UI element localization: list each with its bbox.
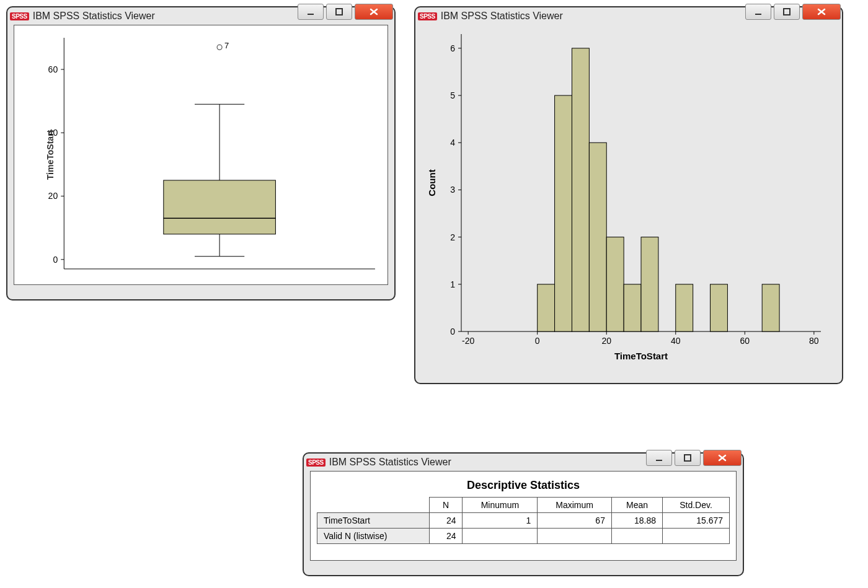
svg-text:7: 7 — [224, 41, 229, 50]
maximize-button[interactable] — [675, 450, 701, 466]
svg-text:4: 4 — [450, 138, 455, 147]
close-button[interactable] — [802, 4, 841, 20]
svg-text:1: 1 — [450, 279, 455, 289]
window-title: IBM SPSS Statistics Viewer — [441, 11, 563, 22]
spss-icon: SPSS — [306, 459, 326, 467]
minimize-button[interactable] — [646, 450, 672, 466]
svg-rect-55 — [624, 284, 641, 331]
svg-text:TimeToStart: TimeToStart — [614, 351, 668, 361]
svg-text:60: 60 — [48, 64, 58, 74]
cell: 67 — [538, 513, 612, 529]
titlebar[interactable]: SPSS IBM SPSS Statistics Viewer — [304, 454, 743, 471]
svg-rect-1 — [336, 9, 342, 15]
maximize-button[interactable] — [774, 4, 800, 20]
descriptive-stats-table: NMinumumMaximumMeanStd.Dev.TimeToStart24… — [317, 497, 730, 544]
cell: 24 — [429, 513, 463, 529]
svg-text:-20: -20 — [462, 336, 474, 346]
svg-rect-20 — [755, 14, 761, 15]
svg-text:2: 2 — [450, 232, 455, 242]
svg-text:0: 0 — [53, 255, 58, 265]
cell — [663, 529, 730, 544]
cell — [538, 529, 612, 544]
svg-rect-53 — [589, 143, 606, 331]
stats-table-area: Descriptive Statistics NMinumumMaximumMe… — [310, 471, 737, 561]
svg-text:6: 6 — [450, 43, 455, 53]
row-label: Valid N (listwise) — [317, 529, 430, 544]
minimize-button[interactable] — [298, 4, 324, 20]
svg-rect-57 — [676, 284, 693, 331]
y-axis-label: TimeToStart — [45, 130, 55, 180]
window-boxplot: SPSS IBM SPSS Statistics Viewer TimeToSt… — [6, 6, 396, 301]
minimize-button[interactable] — [745, 4, 771, 20]
cell — [611, 529, 662, 544]
cell: 15.677 — [663, 513, 730, 529]
col-header: Maximum — [538, 498, 612, 513]
spss-icon: SPSS — [10, 12, 29, 20]
close-button[interactable] — [703, 450, 742, 466]
svg-text:80: 80 — [809, 336, 819, 346]
close-button[interactable] — [355, 4, 393, 20]
boxplot-chart: TimeToStart 02040607 — [14, 25, 388, 285]
table-title: Descriptive Statistics — [317, 479, 730, 492]
col-header: Std.Dev. — [663, 498, 730, 513]
svg-rect-63 — [684, 455, 691, 461]
cell: 1 — [463, 513, 538, 529]
maximize-button[interactable] — [326, 4, 352, 20]
boxplot-svg: 02040607 — [14, 25, 388, 284]
cell: 24 — [429, 529, 463, 544]
window-title: IBM SPSS Statistics Viewer — [329, 457, 451, 468]
svg-rect-52 — [572, 48, 589, 331]
svg-text:40: 40 — [671, 336, 681, 346]
spss-icon: SPSS — [418, 12, 437, 20]
svg-rect-62 — [656, 460, 662, 461]
svg-text:0: 0 — [535, 336, 540, 346]
svg-point-18 — [217, 45, 222, 50]
row-label: TimeToStart — [317, 513, 430, 529]
cell — [463, 529, 538, 544]
window-histogram: SPSS IBM SPSS Statistics Viewer 0123456-… — [414, 6, 843, 384]
col-header: Minumum — [463, 498, 538, 513]
svg-text:3: 3 — [450, 185, 455, 195]
svg-rect-16 — [164, 180, 276, 234]
svg-rect-54 — [606, 237, 624, 331]
svg-text:20: 20 — [601, 336, 611, 346]
svg-text:5: 5 — [450, 90, 455, 100]
svg-rect-50 — [538, 284, 555, 331]
svg-text:20: 20 — [48, 191, 58, 201]
col-header: Mean — [611, 498, 662, 513]
histogram-chart: 0123456-20020406080TimeToStartCount — [424, 25, 833, 369]
svg-text:0: 0 — [450, 327, 455, 336]
titlebar[interactable]: SPSS IBM SPSS Statistics Viewer — [415, 7, 842, 25]
svg-rect-59 — [762, 284, 779, 331]
svg-text:Count: Count — [427, 169, 437, 196]
cell: 18.88 — [611, 513, 662, 529]
svg-rect-51 — [555, 95, 572, 331]
svg-rect-56 — [641, 237, 658, 331]
titlebar[interactable]: SPSS IBM SPSS Statistics Viewer — [7, 7, 394, 25]
svg-text:60: 60 — [740, 336, 750, 346]
svg-rect-0 — [308, 14, 314, 15]
svg-rect-21 — [784, 9, 790, 15]
window-descriptive-stats: SPSS IBM SPSS Statistics Viewer Descript… — [303, 452, 744, 576]
window-title: IBM SPSS Statistics Viewer — [33, 11, 155, 22]
histogram-svg: 0123456-20020406080TimeToStartCount — [424, 25, 833, 369]
col-header: N — [429, 498, 463, 513]
svg-rect-58 — [711, 284, 728, 331]
